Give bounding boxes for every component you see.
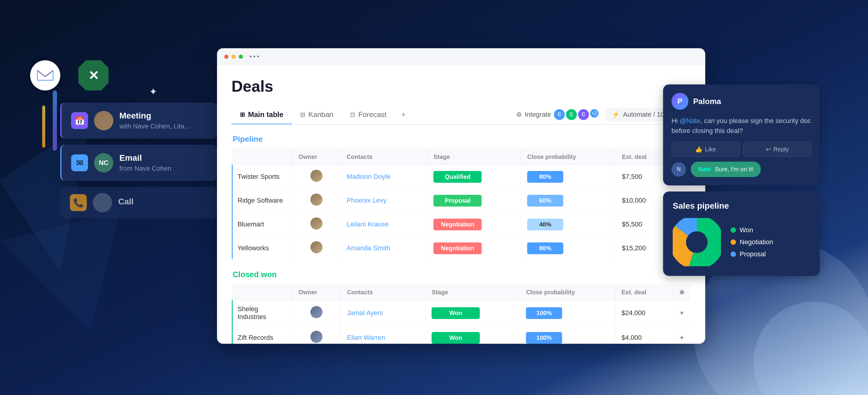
th-est-deal-cw: Est. deal	[615, 284, 673, 300]
titlebar-dots: • • •	[250, 53, 259, 60]
automate-button[interactable]: ⚡ Automate / 10	[606, 108, 670, 122]
cw-contact: Jamal Ayers	[341, 300, 426, 326]
th-stage-cw: Stage	[426, 284, 520, 300]
forecast-icon: ⊡	[350, 111, 355, 118]
automate-label: Automate / 10	[623, 111, 664, 119]
accent-bar-2	[42, 105, 45, 148]
legend-won-dot	[731, 227, 736, 233]
email-title: Email	[119, 153, 207, 163]
cw-owner	[292, 300, 341, 326]
chat-mention: @Nate	[680, 117, 701, 124]
legend-won: Won	[731, 226, 773, 234]
svg-point-4	[753, 302, 868, 395]
pipeline-row[interactable]: Yelloworks Amanda Smith Negotiation 80% …	[232, 236, 691, 260]
call-avatar	[93, 193, 112, 212]
pipeline-section: Pipeline Owner Contacts Stage Close prob…	[231, 134, 691, 260]
page-header: Deals •••	[231, 77, 691, 95]
pipeline-probability: 60%	[521, 189, 616, 213]
titlebar-dot-2	[231, 55, 236, 59]
pipeline-row[interactable]: Bluemart Leilani Krause Negotiation 40% …	[232, 213, 691, 236]
cw-company: Sheleg Industries	[232, 300, 292, 326]
legend-negotiation-label: Negotiation	[740, 238, 773, 246]
chat-card: P Paloma Hi @Nate, can you please sign t…	[663, 85, 820, 185]
pipeline-table: Owner Contacts Stage Close probability E…	[231, 149, 691, 260]
closed-won-row[interactable]: Zift Records Elian Warren Won 100% $4,00…	[232, 326, 691, 344]
email-avatar: NC	[94, 153, 113, 173]
closed-won-title: Closed won	[231, 270, 691, 279]
pipeline-chart	[673, 218, 721, 266]
int-dot-2: C	[566, 109, 577, 120]
like-label: Like	[705, 146, 716, 153]
sales-pipeline-title: Sales pipeline	[673, 201, 810, 211]
th-probability-pipeline: Close probability	[521, 149, 616, 165]
reply-button[interactable]: ↩ Reply	[743, 142, 811, 157]
tab-forecast[interactable]: ⊡ Forecast	[342, 105, 395, 124]
legend-proposal-dot	[731, 251, 736, 257]
page-title: Deals	[231, 77, 273, 95]
chat-header: P Paloma	[672, 93, 811, 110]
cw-est-deal: $4,000	[615, 326, 673, 344]
chat-pre: Hi	[672, 117, 680, 124]
cw-contact: Elian Warren	[341, 326, 426, 344]
pipeline-owner	[292, 165, 341, 189]
reply-bubble: Nate Sure, I'm on it!	[691, 162, 761, 177]
gmail-icon[interactable]	[30, 60, 60, 90]
email-notification[interactable]: ✉ NC Email from Nave Cohen	[60, 145, 217, 181]
pipeline-row[interactable]: Twister Sports Madison Doyle Qualified 8…	[232, 165, 691, 189]
cw-add-col[interactable]: +	[673, 300, 691, 326]
pipeline-owner	[292, 213, 341, 236]
pipeline-stage: Negotiation	[427, 236, 521, 260]
cw-owner	[292, 326, 341, 344]
pipeline-contact: Phoenix Levy	[341, 189, 427, 213]
pipeline-row[interactable]: Ridge Software Phoenix Levy Proposal 60%…	[232, 189, 691, 213]
closed-won-table: Owner Contacts Stage Close probability E…	[231, 284, 691, 344]
forecast-label: Forecast	[358, 110, 386, 119]
pipeline-company: Yelloworks	[232, 236, 292, 260]
reply-label: Reply	[773, 146, 789, 153]
titlebar-dot-1	[224, 55, 228, 59]
th-add-cw[interactable]: ⊕	[673, 284, 691, 300]
integrate-button[interactable]: ⚙ Integrate C C C +2	[516, 109, 598, 120]
meeting-notification[interactable]: 📅 Meeting with Nave Cohen, Lita...	[60, 102, 217, 139]
svg-marker-2	[0, 211, 121, 332]
pipeline-company: Twister Sports	[232, 165, 292, 189]
cw-add-col[interactable]: +	[673, 326, 691, 344]
tab-main-table[interactable]: ⊞ Main table	[231, 105, 292, 124]
email-icon: ✉	[71, 154, 88, 171]
like-button[interactable]: 👍 Like	[672, 142, 740, 157]
pipeline-owner	[292, 236, 341, 260]
pipeline-title: Pipeline	[231, 134, 691, 144]
tab-kanban[interactable]: ⊟ Kanban	[292, 105, 342, 124]
pipeline-company: Ridge Software	[232, 189, 292, 213]
call-title: Call	[118, 197, 207, 207]
star-1: ✦	[149, 86, 157, 97]
main-table-icon: ⊞	[240, 111, 245, 118]
cw-probability: 100%	[520, 326, 615, 344]
pipeline-contact: Leilani Krause	[341, 213, 427, 236]
add-tab-button[interactable]: +	[395, 105, 412, 124]
pipeline-probability: 40%	[521, 213, 616, 236]
legend-proposal-label: Proposal	[740, 250, 766, 258]
excel-icon[interactable]: ✕	[79, 60, 108, 90]
int-dot-1: C	[554, 109, 565, 120]
th-company-cw	[232, 284, 292, 300]
integration-dots: C C C +2	[554, 109, 598, 120]
svg-point-9	[686, 231, 708, 253]
th-contacts-pipeline: Contacts	[341, 149, 427, 165]
th-company	[232, 149, 292, 165]
closed-won-row[interactable]: Sheleg Industries Jamal Ayers Won 100% $…	[232, 300, 691, 326]
th-contacts-cw: Contacts	[341, 284, 426, 300]
th-owner-pipeline: Owner	[292, 149, 341, 165]
like-icon: 👍	[695, 146, 703, 153]
chat-actions: 👍 Like ↩ Reply	[672, 142, 811, 157]
left-panel: 📅 Meeting with Nave Cohen, Lita... ✉ NC …	[60, 102, 217, 218]
reply-text: Sure, I'm on it!	[715, 166, 753, 173]
call-notification[interactable]: 📞 Call	[60, 187, 217, 218]
app-icons: ✕	[30, 60, 108, 90]
integrate-label: Integrate	[525, 111, 551, 119]
th-stage-pipeline: Stage	[427, 149, 521, 165]
legend-won-label: Won	[740, 226, 753, 234]
meeting-icon: 📅	[71, 112, 88, 129]
meeting-subtitle: with Nave Cohen, Lita...	[119, 122, 207, 130]
pipeline-stage: Proposal	[427, 189, 521, 213]
